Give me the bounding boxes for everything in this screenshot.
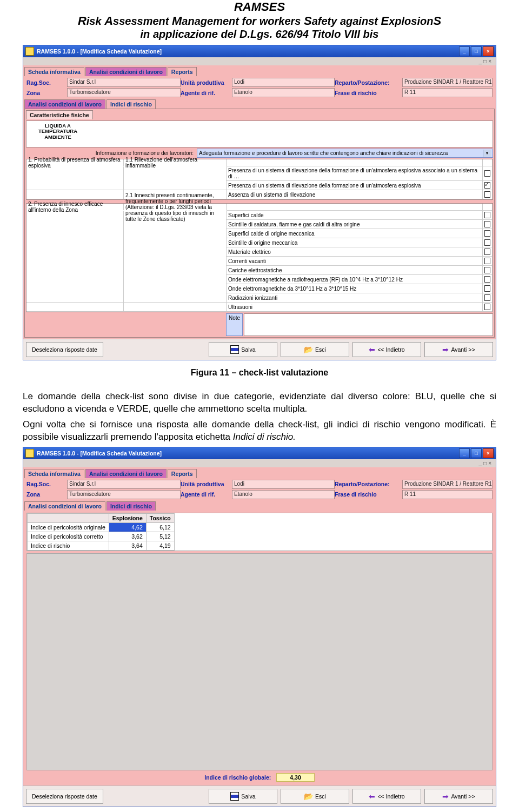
risk-tossico[interactable]: 5,12 — [146, 532, 174, 541]
chevron-down-icon[interactable]: ▾ — [483, 150, 491, 157]
main-tabs: Scheda informativa Analisi condizioni di… — [24, 66, 495, 76]
back-button[interactable]: ⬅<< Indietro — [352, 789, 421, 804]
forward-button[interactable]: ➡Avanti >> — [424, 342, 493, 357]
titlebar[interactable]: RAMSES 1.0.0 - [Modifica Scheda Valutazi… — [23, 45, 496, 57]
arrow-right-icon: ➡ — [442, 792, 449, 801]
close-button[interactable]: × — [483, 448, 494, 458]
option-text: Superfici calde — [227, 211, 483, 220]
smalltab-caratteristiche[interactable]: Caratteristiche fisiche — [26, 110, 93, 119]
app-icon — [25, 449, 34, 458]
risk-esplosione[interactable]: 3,62 — [109, 532, 146, 541]
tab-reports[interactable]: Reports — [168, 67, 197, 76]
page-heading: RAMSES Risk Assessment Management for wo… — [23, 0, 496, 41]
label-zona: Zona — [26, 90, 67, 96]
option-text: Onde elettromagnetiche da 3*10^11 Hz a 3… — [227, 284, 483, 293]
screenshot-window-2: RAMSES 1.0.0 - [Modifica Scheda Valutazi… — [23, 447, 496, 807]
button-bar: Deseleziona risposte date Salva 📂Esci ⬅<… — [23, 339, 496, 360]
label-frase: Frase di rischio — [335, 90, 402, 96]
option-text: Cariche elettrostatiche — [227, 266, 483, 275]
subtab-indici[interactable]: Indici di rischio — [107, 99, 156, 109]
maximize-button[interactable]: □ — [471, 448, 482, 458]
risk-tossico[interactable]: 6,12 — [146, 522, 174, 532]
arrow-left-icon: ⬅ — [369, 792, 375, 801]
option-text: Materiale elettrico — [227, 247, 483, 257]
option-checkbox[interactable] — [483, 247, 493, 257]
risk-index-table: EsplosioneTossicoIndice di pericolosità … — [26, 513, 493, 551]
sub-tabs: Analisi condizioni di lavoro Indici di r… — [24, 99, 495, 109]
option-checkbox[interactable] — [483, 181, 493, 190]
exit-icon: 📂 — [304, 792, 313, 801]
option-checkbox[interactable] — [483, 284, 493, 293]
option-checkbox[interactable] — [483, 238, 493, 247]
app-icon — [25, 47, 34, 56]
option-text: Onde elettromagnetiche a radiofrequenza … — [227, 275, 483, 284]
header-fields: Rag.Soc. Sindar S.r.l Unità produttiva L… — [24, 76, 495, 99]
paragraph-1: Le domande della check-list sono divise … — [23, 391, 496, 415]
subtab-indici[interactable]: Indici di rischio — [107, 501, 156, 511]
maximize-button[interactable]: □ — [471, 46, 482, 56]
option-checkbox[interactable] — [483, 211, 493, 220]
save-icon — [230, 792, 239, 801]
deselect-button[interactable]: Deseleziona risposte date — [26, 342, 103, 357]
paragraph-2: Ogni volta che si fornisce una risposta … — [23, 419, 496, 444]
save-button[interactable]: Salva — [209, 342, 277, 357]
option-text: Radiazioni ionizzanti — [227, 293, 483, 303]
risk-esplosione[interactable]: 4,62 — [109, 522, 146, 532]
option-checkbox[interactable] — [483, 257, 493, 266]
back-button[interactable]: ⬅<< Indietro — [352, 342, 421, 357]
value-reparto[interactable]: Produzione SINDAR 1 / Reattore R101 — [402, 78, 493, 87]
question-2-grid: 2. Presenza di innesco efficace all'inte… — [26, 203, 493, 312]
exit-button[interactable]: 📂Esci — [281, 789, 349, 804]
label-ragsoc: Rag.Soc. — [26, 79, 67, 86]
option-checkbox[interactable] — [483, 229, 493, 238]
option-text: Superfici calde di origine meccanica — [227, 229, 483, 238]
arrow-left-icon: ⬅ — [369, 345, 375, 354]
exit-button[interactable]: 📂Esci — [281, 342, 349, 357]
minimize-button[interactable]: _ — [459, 46, 470, 56]
option-checkbox[interactable] — [483, 266, 493, 275]
option-checkbox[interactable] — [483, 293, 493, 303]
value-ragsoc[interactable]: Sindar S.r.l — [67, 78, 181, 87]
combo-info-formazione[interactable]: Adeguata formazione e procedure di lavor… — [197, 149, 493, 158]
close-button[interactable]: × — [483, 46, 494, 56]
window-title: RAMSES 1.0.0 - [Modifica Scheda Valutazi… — [37, 450, 162, 457]
minimize-button[interactable]: _ — [459, 448, 470, 458]
risk-row-label: Indice di pericolosità corretto — [28, 532, 109, 541]
tab-scheda-informativa[interactable]: Scheda informativa — [24, 67, 84, 76]
option-text: Presenza di un sistema di rilevazione de… — [227, 181, 483, 190]
label-info-formazione: Informazione e formazione dei lavoratori… — [26, 150, 197, 156]
option-text: Scintille di origine meccanica — [227, 238, 483, 247]
option-checkbox[interactable] — [483, 303, 493, 312]
option-text: Ultrasuoni — [227, 303, 483, 312]
forward-button[interactable]: ➡Avanti >> — [424, 789, 493, 804]
note-textarea[interactable] — [244, 313, 493, 336]
risk-esplosione[interactable]: 3,64 — [109, 541, 146, 550]
tab-reports[interactable]: Reports — [168, 469, 197, 478]
option-checkbox[interactable] — [483, 190, 493, 199]
window-title: RAMSES 1.0.0 - [Modifica Scheda Valutazi… — [37, 48, 162, 55]
tab-scheda-informativa[interactable]: Scheda informativa — [24, 469, 84, 478]
risk-tossico[interactable]: 4,19 — [146, 541, 174, 550]
option-checkbox[interactable] — [483, 275, 493, 284]
subtab-analisi[interactable]: Analisi condizioni di lavoro — [24, 99, 105, 109]
screenshot-window-1: RAMSES 1.0.0 - [Modifica Scheda Valutazi… — [23, 45, 496, 360]
value-agente[interactable]: Etanolo — [232, 88, 335, 97]
risk-row-label: Indice di rischio — [28, 541, 109, 550]
deselect-button[interactable]: Deseleziona risposte date — [26, 789, 103, 804]
subtab-analisi[interactable]: Analisi condizioni di lavoro — [24, 501, 105, 511]
value-zona[interactable]: Turbomiscelatore — [67, 88, 181, 97]
mdi-bar: _□× — [23, 57, 496, 65]
tab-analisi-condizioni[interactable]: Analisi condizioni di lavoro — [85, 469, 167, 478]
value-unita[interactable]: Lodi — [232, 78, 335, 87]
titlebar[interactable]: RAMSES 1.0.0 - [Modifica Scheda Valutazi… — [23, 447, 496, 459]
note-label: Note — [226, 313, 243, 336]
tab-analisi-condizioni[interactable]: Analisi condizioni di lavoro — [85, 67, 167, 76]
exit-icon: 📂 — [304, 345, 313, 354]
mdi-bar: _□× — [23, 459, 496, 467]
option-checkbox[interactable] — [483, 166, 493, 181]
heading-title1: RAMSES — [23, 0, 496, 14]
save-button[interactable]: Salva — [209, 789, 277, 804]
label-agente: Agente di rif. — [181, 90, 232, 96]
option-checkbox[interactable] — [483, 220, 493, 229]
value-frase[interactable]: R 11 — [402, 88, 493, 97]
